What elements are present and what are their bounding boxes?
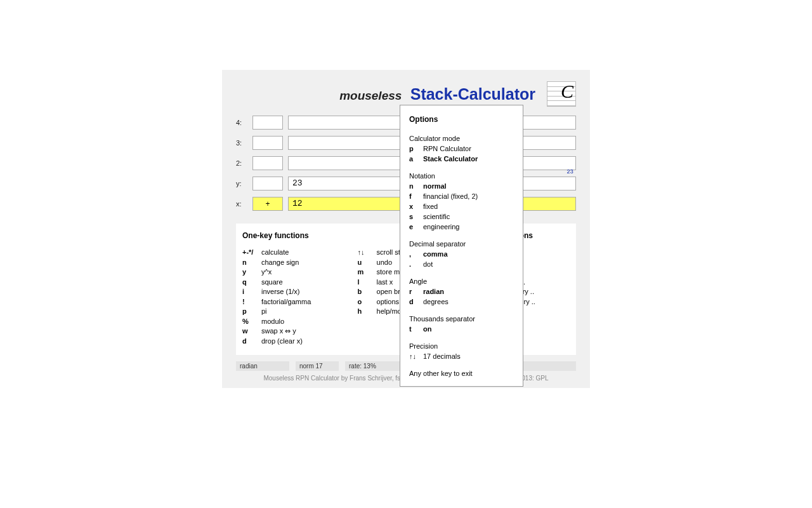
popup-option-value: dot bbox=[423, 259, 433, 269]
popup-section: Thousands separatorton bbox=[409, 314, 514, 334]
popup-option-value: financial (fixed, 2) bbox=[423, 191, 478, 201]
popup-option[interactable]: .dot bbox=[409, 259, 514, 269]
popup-section-label: Angle bbox=[409, 276, 514, 286]
popup-option[interactable]: sscientific bbox=[409, 211, 514, 222]
popup-option-key: p bbox=[409, 144, 423, 154]
popup-option[interactable]: ffinancial (fixed, 2) bbox=[409, 191, 514, 201]
stack-label: y: bbox=[236, 180, 247, 187]
popup-option[interactable]: aStack Calculator bbox=[409, 154, 514, 164]
function-row: %modulo bbox=[242, 317, 358, 327]
function-desc: swap x ⇔ y bbox=[261, 326, 358, 337]
popup-option-value: radian bbox=[423, 286, 444, 297]
popup-exit-hint: Any other key to exit bbox=[409, 368, 514, 378]
popup-option-key: s bbox=[409, 211, 423, 222]
popup-option-key: ↑↓ bbox=[409, 351, 423, 361]
function-key: p bbox=[242, 307, 261, 317]
popup-section: Anglerradianddegrees bbox=[409, 276, 514, 307]
popup-option-value: normal bbox=[423, 181, 447, 191]
stack-label: 4: bbox=[236, 119, 247, 126]
app-logo-icon: C bbox=[547, 81, 576, 107]
function-desc: drop (clear x) bbox=[261, 337, 358, 347]
function-key: d bbox=[242, 337, 261, 347]
function-row: yy^x bbox=[242, 267, 358, 277]
popup-option-key: r bbox=[409, 286, 423, 297]
popup-option-key: f bbox=[409, 191, 423, 201]
popup-section-label: Notation bbox=[409, 171, 514, 181]
popup-option-value: comma bbox=[423, 249, 448, 259]
popup-option-value: 17 decimals bbox=[423, 351, 461, 361]
function-row: qsquare bbox=[242, 277, 358, 288]
function-desc: pi bbox=[261, 307, 358, 317]
popup-option-key: t bbox=[409, 324, 423, 334]
function-key: n bbox=[242, 258, 261, 268]
popup-option-value: on bbox=[423, 324, 431, 334]
function-row: ppi bbox=[242, 307, 358, 317]
function-desc: calculate bbox=[261, 248, 358, 258]
function-row: +-*/calculate bbox=[242, 248, 358, 258]
popup-section: Calculator modepRPN CalculatoraStack Cal… bbox=[409, 133, 514, 164]
function-desc: inverse (1/x) bbox=[261, 287, 358, 297]
popup-option-value: degrees bbox=[423, 297, 449, 307]
function-key: % bbox=[242, 317, 261, 327]
popup-option[interactable]: rradian bbox=[409, 286, 514, 297]
stack-label: 3: bbox=[236, 139, 247, 147]
popup-option-value: engineering bbox=[423, 222, 460, 232]
function-row: iinverse (1/x) bbox=[242, 287, 358, 297]
page-title: mouseless Stack-Calculator bbox=[236, 85, 547, 104]
function-row: ddrop (clear x) bbox=[242, 337, 358, 347]
function-key: w bbox=[242, 326, 261, 337]
stack-op-input[interactable] bbox=[252, 177, 283, 190]
popup-option-value: scientific bbox=[423, 211, 450, 222]
popup-option-key: a bbox=[409, 154, 423, 164]
function-key: m bbox=[358, 267, 377, 277]
function-key: ↑↓ bbox=[358, 248, 377, 258]
popup-option[interactable]: pRPN Calculator bbox=[409, 144, 514, 154]
stack-label: 2: bbox=[236, 159, 247, 167]
stack-op-input[interactable] bbox=[252, 116, 283, 130]
popup-option[interactable]: ↑↓17 decimals bbox=[409, 351, 514, 361]
function-key: +-*/ bbox=[242, 248, 261, 258]
function-desc: factorial/gamma bbox=[261, 297, 358, 307]
popup-section-label: Thousands separator bbox=[409, 314, 514, 324]
popup-option[interactable]: ton bbox=[409, 324, 514, 334]
stack-op-input[interactable] bbox=[252, 156, 283, 170]
popup-option-value: fixed bbox=[423, 201, 438, 211]
functions-heading: One-key functions bbox=[242, 231, 358, 240]
popup-section: Notationnnormalffinancial (fixed, 2)xfix… bbox=[409, 171, 514, 232]
popup-option-key: n bbox=[409, 181, 423, 191]
popup-option[interactable]: ,comma bbox=[409, 249, 514, 259]
function-key: ! bbox=[242, 297, 261, 307]
status-angle: radian bbox=[236, 361, 289, 371]
function-key: l bbox=[358, 277, 377, 288]
popup-option[interactable]: xfixed bbox=[409, 201, 514, 211]
popup-option-key: , bbox=[409, 249, 423, 259]
stack-op-input[interactable]: + bbox=[252, 197, 283, 211]
popup-option[interactable]: eengineering bbox=[409, 222, 514, 232]
popup-option[interactable]: ddegrees bbox=[409, 297, 514, 307]
popup-option-key: d bbox=[409, 297, 423, 307]
function-key: u bbox=[358, 258, 377, 268]
popup-option-value: RPN Calculator bbox=[423, 144, 471, 154]
function-desc: y^x bbox=[261, 267, 358, 277]
popup-option[interactable]: nnormal bbox=[409, 181, 514, 191]
popup-option-value: Stack Calculator bbox=[423, 154, 478, 164]
popup-section-label: Decimal separator bbox=[409, 239, 514, 249]
popup-title: Options bbox=[409, 114, 514, 124]
function-key: y bbox=[242, 267, 261, 277]
function-row: wswap x ⇔ y bbox=[242, 326, 358, 337]
title-large: Stack-Calculator bbox=[410, 85, 535, 103]
popup-section: Decimal separator,comma.dot bbox=[409, 239, 514, 269]
options-popup[interactable]: OptionsCalculator modepRPN CalculatoraSt… bbox=[400, 105, 523, 387]
function-key: o bbox=[358, 297, 377, 307]
function-desc: modulo bbox=[261, 317, 358, 327]
function-desc: change sign bbox=[261, 258, 358, 268]
stack-result-annot: 23 bbox=[566, 169, 573, 175]
function-key: h bbox=[358, 307, 377, 317]
title-small: mouseless bbox=[339, 89, 402, 102]
stack-op-input[interactable] bbox=[252, 136, 283, 150]
popup-section-label: Precision bbox=[409, 341, 514, 351]
function-key: i bbox=[242, 287, 261, 297]
popup-section: Precision↑↓17 decimals bbox=[409, 341, 514, 361]
function-key: b bbox=[358, 287, 377, 297]
popup-option-key: . bbox=[409, 259, 423, 269]
